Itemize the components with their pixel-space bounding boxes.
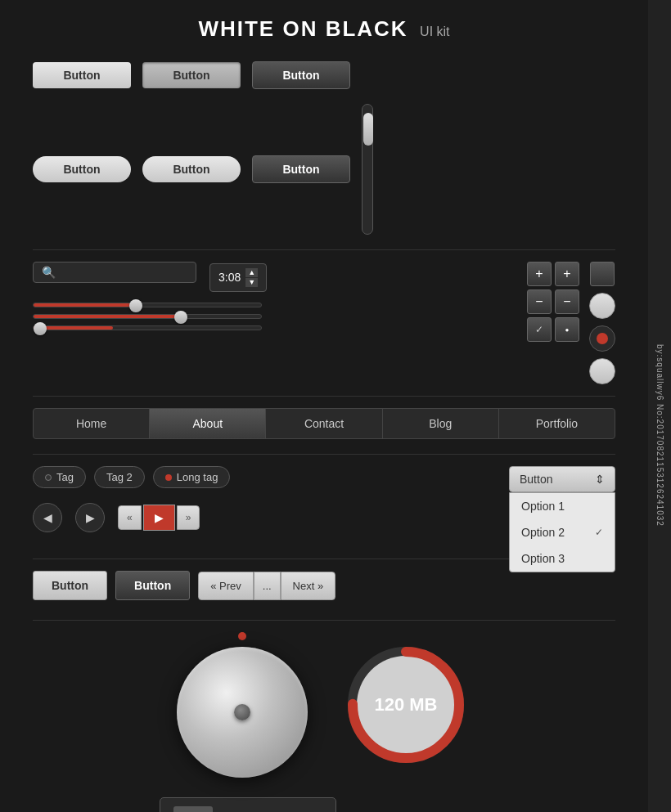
slider-row-2 — [33, 314, 514, 319]
check-btn[interactable]: ✓ — [527, 317, 552, 342]
next-btn[interactable]: Next » — [281, 572, 336, 600]
circular-text: 120 MB — [374, 694, 437, 716]
knob-container — [177, 632, 308, 778]
nav-contact[interactable]: Contact — [266, 409, 382, 438]
plus-minus-grid: + + − − ✓ ● — [527, 262, 579, 384]
search-icon: 🔍 — [42, 266, 56, 279]
tags-section: Tag Tag 2 Long tag ◀ ▶ « ▶ » — [33, 466, 496, 547]
button-6[interactable]: Button — [252, 155, 350, 183]
tag-3[interactable]: Long tag — [153, 466, 231, 488]
media-controls: « ▶ » — [118, 505, 200, 531]
play-btn[interactable]: ▶ — [143, 505, 175, 531]
slider-track-2[interactable] — [33, 314, 262, 319]
controls-main-row: 🔍 3:08 ▲ ▼ — [33, 262, 615, 384]
slider-thumb-2[interactable] — [174, 311, 187, 324]
nav-prev-btn[interactable]: ◀ — [33, 503, 62, 532]
toggle-circle-2[interactable] — [589, 358, 615, 384]
page-title-main: WHITE ON BLACK — [198, 16, 408, 41]
bottom-widgets-row: This is a tooltip Name + Surname from Lo… — [33, 797, 615, 812]
dropdown-option-2[interactable]: Option 2 ✓ — [510, 519, 615, 545]
plus-btn-2[interactable]: + — [555, 262, 579, 286]
scrollbar-thumb[interactable] — [363, 113, 373, 146]
button-2[interactable]: Button — [142, 62, 241, 88]
time-arrows: ▲ ▼ — [245, 268, 258, 287]
dots-btn[interactable]: ... — [254, 572, 281, 600]
tag-3-label: Long tag — [177, 471, 218, 483]
button-row-1: Button Button Button — [33, 61, 615, 89]
tag-1-label: Tag — [56, 471, 74, 483]
button-1[interactable]: Button — [33, 62, 131, 88]
plus-btn-1[interactable]: + — [527, 262, 552, 286]
nav-next-btn[interactable]: ▶ — [75, 503, 105, 532]
time-down-btn[interactable]: ▼ — [245, 278, 258, 287]
slider-row-3 — [33, 325, 514, 330]
dropdown-arrow-icon: ⇕ — [595, 473, 605, 486]
slider-thumb-3[interactable] — [34, 322, 47, 335]
dropdown-container: Button ⇕ Option 1 Option 2 ✓ Option 3 — [509, 466, 615, 492]
tag-3-dot — [165, 474, 172, 481]
knob-indicator-dot — [238, 632, 246, 640]
minus-btn-2[interactable]: − — [555, 289, 579, 314]
minus-btn-1[interactable]: − — [527, 289, 552, 314]
button-3[interactable]: Button — [252, 61, 350, 89]
right-panel: + + − − ✓ ● — [527, 262, 615, 384]
search-input[interactable] — [56, 267, 193, 279]
bottom-row: 120 MB — [33, 632, 615, 778]
time-display: 3:08 ▲ ▼ — [209, 263, 267, 292]
pagination-row: Button Button « Prev ... Next » — [33, 571, 615, 600]
avatar — [173, 806, 213, 812]
knob-inner-dot — [234, 704, 250, 720]
toggle-circle-red[interactable] — [589, 325, 615, 352]
tag-1[interactable]: Tag — [33, 466, 86, 488]
controls-left: 🔍 3:08 ▲ ▼ — [33, 262, 514, 337]
tag-1-dot — [45, 474, 52, 481]
dropdown-option-1[interactable]: Option 1 — [510, 493, 615, 519]
rewind-btn[interactable]: « — [118, 505, 142, 530]
dropdown-option-3[interactable]: Option 3 — [510, 545, 615, 572]
scrollbar-2[interactable] — [362, 104, 373, 235]
button-4[interactable]: Button — [33, 156, 131, 182]
nav-about[interactable]: About — [150, 409, 266, 438]
knob[interactable] — [177, 647, 308, 778]
slider-track-1[interactable] — [33, 303, 262, 307]
tag-2-label: Tag 2 — [106, 471, 133, 483]
tags-dropdown-row: Tag Tag 2 Long tag ◀ ▶ « ▶ » — [33, 466, 615, 547]
slider-fill-2 — [34, 315, 182, 318]
tag-2[interactable]: Tag 2 — [94, 466, 145, 488]
slider-row-1 — [33, 303, 514, 307]
dropdown-button[interactable]: Button ⇕ — [509, 466, 615, 492]
button-5[interactable]: Button — [142, 156, 241, 182]
dot-btn[interactable]: ● — [555, 317, 579, 342]
search-time-row: 🔍 3:08 ▲ ▼ — [33, 262, 514, 293]
time-value: 3:08 — [218, 271, 241, 284]
profile-card: Name + Surname from London, UK — [160, 797, 336, 812]
nav-bar: Home About Contact Blog Portfolio — [33, 408, 615, 439]
page-title-section: WHITE ON BLACK UI kit — [33, 16, 615, 42]
slider-thumb-1[interactable] — [129, 299, 142, 312]
pagination-btns: « Prev ... Next » — [198, 572, 336, 600]
media-row: ◀ ▶ « ▶ » — [33, 503, 496, 532]
page-title-sub: UI kit — [420, 25, 449, 38]
toggle-circle-light[interactable] — [589, 293, 615, 319]
circular-progress: 120 MB — [340, 639, 471, 770]
check-mark-icon: ✓ — [595, 527, 603, 538]
slider-track-3[interactable] — [33, 325, 262, 330]
slider-fill-1 — [34, 303, 136, 307]
button-row-2: Button Button Button — [33, 104, 615, 235]
nav-portfolio[interactable]: Portfolio — [499, 409, 615, 438]
tags-row: Tag Tag 2 Long tag — [33, 466, 496, 488]
forward-btn[interactable]: » — [177, 505, 200, 530]
prev-btn[interactable]: « Prev — [198, 572, 254, 600]
nav-home[interactable]: Home — [34, 409, 150, 438]
toggle-col — [589, 262, 615, 384]
mb-value: 120 MB — [374, 694, 437, 715]
search-box[interactable]: 🔍 — [33, 262, 196, 283]
toggle-square[interactable] — [590, 262, 615, 286]
pagination-btn1[interactable]: Button — [33, 571, 107, 600]
watermark-right: by:squallwy6 No:20170821153126241032 — [648, 0, 671, 812]
time-up-btn[interactable]: ▲ — [245, 268, 258, 277]
dropdown-label: Button — [520, 473, 552, 486]
pagination-btn2[interactable]: Button — [115, 571, 190, 600]
nav-blog[interactable]: Blog — [383, 409, 499, 438]
dropdown-menu: Option 1 Option 2 ✓ Option 3 — [509, 492, 615, 572]
